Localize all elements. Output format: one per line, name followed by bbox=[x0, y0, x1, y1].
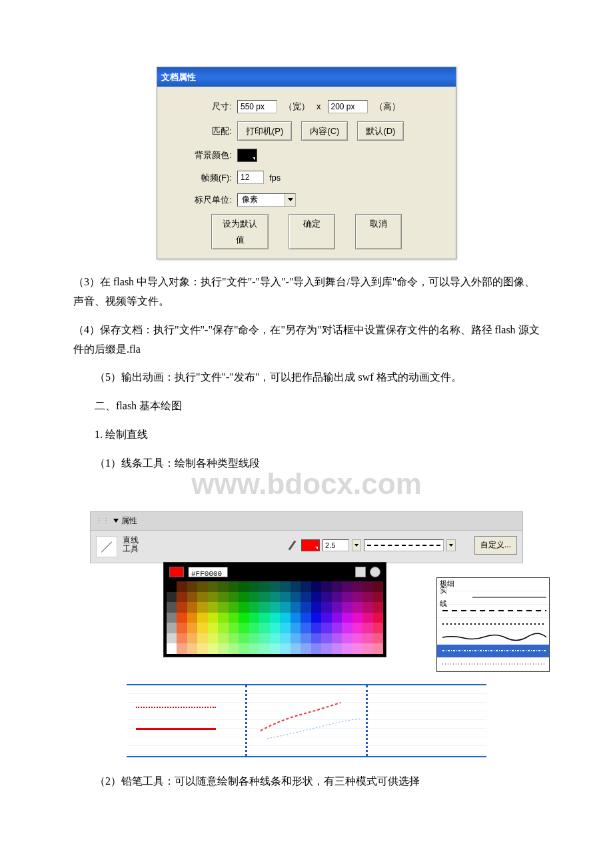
color-cell[interactable] bbox=[239, 613, 249, 623]
color-cell[interactable] bbox=[197, 643, 207, 653]
color-cell[interactable] bbox=[197, 613, 207, 623]
color-cell[interactable] bbox=[332, 633, 342, 643]
color-cell[interactable] bbox=[208, 613, 218, 623]
color-cell[interactable] bbox=[321, 623, 331, 633]
color-cell[interactable] bbox=[187, 633, 197, 643]
color-cell[interactable] bbox=[280, 633, 290, 643]
color-cell[interactable] bbox=[352, 602, 362, 612]
color-cell[interactable] bbox=[321, 633, 331, 643]
color-cell[interactable] bbox=[352, 633, 362, 643]
color-cell[interactable] bbox=[321, 581, 331, 591]
color-cell[interactable] bbox=[229, 581, 239, 591]
color-cell[interactable] bbox=[239, 623, 249, 633]
color-cell[interactable] bbox=[167, 602, 177, 612]
color-cell[interactable] bbox=[249, 633, 259, 643]
color-cell[interactable] bbox=[362, 633, 372, 643]
color-cell[interactable] bbox=[229, 633, 239, 643]
color-cell[interactable] bbox=[362, 613, 372, 623]
color-cell[interactable] bbox=[291, 643, 301, 653]
color-cell[interactable] bbox=[259, 633, 269, 643]
no-color-icon[interactable] bbox=[355, 567, 366, 577]
color-cell[interactable] bbox=[239, 592, 249, 602]
color-cell[interactable] bbox=[342, 581, 352, 591]
color-cell[interactable] bbox=[249, 602, 259, 612]
color-cell[interactable] bbox=[321, 602, 331, 612]
color-cell[interactable] bbox=[321, 592, 331, 602]
color-cell[interactable] bbox=[332, 623, 342, 633]
color-cell[interactable] bbox=[280, 613, 290, 623]
color-cell[interactable] bbox=[208, 602, 218, 612]
color-cell[interactable] bbox=[352, 643, 362, 653]
color-cell[interactable] bbox=[311, 592, 321, 602]
color-cell[interactable] bbox=[187, 623, 197, 633]
cancel-button[interactable]: 取消 bbox=[355, 214, 402, 249]
color-cell[interactable] bbox=[167, 613, 177, 623]
style-dotted[interactable] bbox=[437, 618, 549, 631]
color-cell[interactable] bbox=[332, 581, 342, 591]
color-cell[interactable] bbox=[208, 581, 218, 591]
properties-header[interactable]: ⋮⋮ 属性 bbox=[91, 512, 522, 531]
color-cell[interactable] bbox=[311, 643, 321, 653]
color-cell[interactable] bbox=[218, 602, 228, 612]
color-cell[interactable] bbox=[280, 602, 290, 612]
color-cell[interactable] bbox=[218, 581, 228, 591]
color-cell[interactable] bbox=[280, 581, 290, 591]
ruler-dropdown[interactable]: 像素 bbox=[237, 193, 296, 207]
style-stipple[interactable] bbox=[437, 645, 549, 658]
color-cell[interactable] bbox=[177, 633, 187, 643]
color-cell[interactable] bbox=[218, 623, 228, 633]
line-style-dropdown[interactable] bbox=[446, 539, 456, 551]
color-cell[interactable] bbox=[280, 623, 290, 633]
color-cell[interactable] bbox=[270, 613, 280, 623]
color-cell[interactable] bbox=[362, 581, 372, 591]
style-hatched[interactable] bbox=[437, 658, 549, 671]
color-cell[interactable] bbox=[270, 633, 280, 643]
color-cell[interactable] bbox=[301, 643, 310, 653]
color-cell[interactable] bbox=[291, 623, 301, 633]
color-cell[interactable] bbox=[239, 602, 249, 612]
color-cell[interactable] bbox=[259, 581, 269, 591]
color-cell[interactable] bbox=[218, 592, 228, 602]
color-cell[interactable] bbox=[208, 643, 218, 653]
color-cell[interactable] bbox=[249, 643, 259, 653]
color-cell[interactable] bbox=[311, 613, 321, 623]
width-input[interactable]: 550 px bbox=[237, 100, 277, 113]
color-cell[interactable] bbox=[229, 623, 239, 633]
color-cell[interactable] bbox=[362, 592, 372, 602]
color-cell[interactable] bbox=[259, 623, 269, 633]
color-cell[interactable] bbox=[332, 602, 342, 612]
color-cell[interactable] bbox=[177, 643, 187, 653]
style-ragged[interactable] bbox=[437, 631, 549, 645]
default-button[interactable]: 默认(D) bbox=[357, 121, 404, 141]
color-cell[interactable] bbox=[259, 613, 269, 623]
height-input[interactable]: 200 px bbox=[328, 100, 368, 113]
color-cell[interactable] bbox=[311, 581, 321, 591]
color-cell[interactable] bbox=[177, 613, 187, 623]
color-cell[interactable] bbox=[332, 643, 342, 653]
color-cell[interactable] bbox=[373, 592, 383, 602]
custom-button[interactable]: 自定义... bbox=[474, 536, 517, 555]
color-cell[interactable] bbox=[249, 613, 259, 623]
color-cell[interactable] bbox=[177, 581, 187, 591]
color-cell[interactable] bbox=[280, 643, 290, 653]
color-grid[interactable] bbox=[167, 581, 383, 653]
stroke-color-swatch[interactable] bbox=[301, 539, 320, 551]
color-cell[interactable] bbox=[301, 602, 310, 612]
color-cell[interactable] bbox=[342, 602, 352, 612]
color-cell[interactable] bbox=[270, 643, 280, 653]
color-cell[interactable] bbox=[332, 592, 342, 602]
color-cell[interactable] bbox=[280, 592, 290, 602]
color-cell[interactable] bbox=[187, 581, 197, 591]
color-cell[interactable] bbox=[321, 643, 331, 653]
color-cell[interactable] bbox=[352, 592, 362, 602]
color-cell[interactable] bbox=[270, 592, 280, 602]
color-cell[interactable] bbox=[229, 613, 239, 623]
color-cell[interactable] bbox=[167, 633, 177, 643]
color-cell[interactable] bbox=[259, 602, 269, 612]
color-cell[interactable] bbox=[239, 643, 249, 653]
style-solid[interactable]: 实线 bbox=[437, 591, 549, 605]
color-cell[interactable] bbox=[187, 643, 197, 653]
stroke-weight-stepper[interactable] bbox=[352, 539, 361, 551]
stroke-weight-input[interactable]: 2.5 bbox=[322, 539, 349, 551]
color-cell[interactable] bbox=[342, 633, 352, 643]
